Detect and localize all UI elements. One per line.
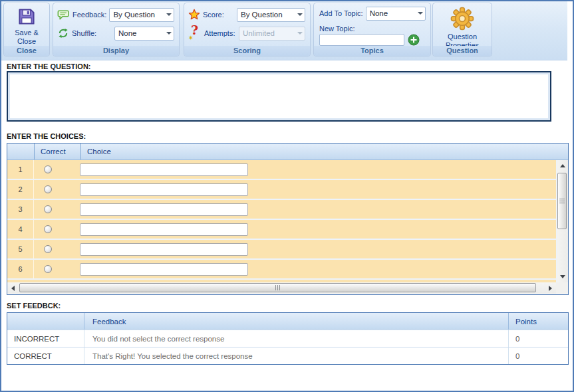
choice-row-number: 1	[7, 160, 34, 179]
feedback-dropdown[interactable]: By Question	[109, 8, 174, 22]
shuffle-icon	[57, 27, 69, 39]
feedback-row-points[interactable]: 0	[508, 347, 568, 364]
question-properties-button[interactable]: Question Properties	[435, 5, 490, 45]
chevron-down-icon	[415, 7, 425, 20]
feedback-icon	[57, 9, 70, 21]
attempts-question-icon: ?✶	[188, 25, 202, 41]
choices-vertical-scrollbar[interactable]	[557, 160, 568, 282]
choice-input[interactable]	[80, 243, 248, 256]
choices-table-header: Correct Choice	[7, 144, 568, 160]
scroll-left-button[interactable]	[8, 282, 18, 294]
choices-header-choice: Choice	[80, 144, 568, 159]
save-close-button[interactable]: Save & Close	[6, 5, 47, 45]
choice-row-number: 4	[7, 220, 34, 239]
arrow-down-icon	[560, 275, 565, 278]
choice-row: 3	[7, 200, 556, 219]
attempts-dropdown-value: Unlimited	[243, 29, 295, 37]
ribbon-group-label-scoring: Scoring	[184, 46, 310, 56]
choices-header-correct: Correct	[34, 144, 80, 159]
choice-row: 6	[7, 260, 556, 278]
choice-row-number: 5	[7, 240, 34, 258]
choice-input[interactable]	[80, 183, 248, 196]
scrollbar-corner	[556, 282, 568, 294]
ribbon-group-label-topics: Topics	[314, 46, 430, 56]
feedback-table: Feedback Points INCORRECT You did not se…	[7, 312, 569, 365]
ribbon-toolbar: Save & Close Close Feedback: By Question	[1, 1, 567, 60]
ribbon-group-label-question: Question	[433, 46, 492, 56]
score-label: Score:	[203, 11, 224, 19]
choice-row-number: 6	[7, 260, 34, 278]
score-dropdown-value: By Question	[241, 11, 295, 19]
feedback-table-header: Feedback Points	[7, 313, 568, 330]
vertical-scrollbar-thumb[interactable]	[557, 173, 567, 229]
correct-radio[interactable]	[44, 205, 52, 213]
question-editor-window: Save & Close Close Feedback: By Question	[0, 0, 574, 392]
feedback-label: Feedback:	[72, 11, 106, 19]
ribbon-group-label-display: Display	[53, 46, 179, 56]
ribbon-group-label-close: Close	[4, 46, 49, 56]
choices-horizontal-scrollbar[interactable]	[7, 282, 556, 294]
correct-radio[interactable]	[44, 225, 52, 233]
add-to-topic-dropdown-value: None	[370, 9, 415, 17]
correct-radio[interactable]	[44, 185, 52, 193]
feedback-row-type: INCORRECT	[7, 330, 84, 347]
feedback-dropdown-value: By Question	[113, 11, 164, 19]
ribbon-group-display: Feedback: By Question Shuffle:	[53, 3, 180, 56]
attempts-label: Attempts:	[204, 29, 235, 37]
choice-input[interactable]	[80, 163, 248, 176]
feedback-row-correct: CORRECT That's Right! You selected the c…	[7, 347, 568, 364]
ribbon-group-question: Question Properties Question	[432, 3, 492, 56]
new-topic-label: New Topic:	[319, 25, 355, 33]
horizontal-scrollbar-thumb[interactable]	[19, 283, 536, 292]
correct-radio[interactable]	[44, 265, 52, 273]
attempts-dropdown: Unlimited	[239, 27, 305, 41]
choices-table-body: 1 2 3 4	[7, 160, 568, 294]
chevron-down-icon	[295, 9, 305, 21]
feedback-header-points: Points	[508, 313, 568, 330]
choice-row: 1	[7, 160, 556, 179]
enter-choices-label: ENTER THE CHOICES:	[7, 132, 86, 140]
save-close-button-label: Save & Close	[10, 29, 43, 46]
add-to-topic-dropdown[interactable]: None	[366, 7, 426, 21]
correct-radio[interactable]	[44, 165, 52, 173]
choice-input[interactable]	[80, 203, 248, 216]
chevron-down-icon	[164, 27, 174, 40]
arrow-left-icon	[11, 286, 15, 291]
add-to-topic-label: Add To Topic:	[319, 9, 363, 17]
choices-header-number-cell	[7, 144, 34, 159]
choice-row-number: 3	[7, 200, 34, 219]
choice-input[interactable]	[80, 263, 248, 276]
plus-circle-icon	[408, 34, 420, 46]
score-dropdown[interactable]: By Question	[237, 8, 305, 22]
shuffle-dropdown-value: None	[118, 29, 164, 37]
gear-icon	[450, 7, 474, 31]
new-topic-input[interactable]	[319, 34, 404, 46]
choice-row: 2	[7, 180, 556, 199]
ribbon-group-scoring: Score: By Question ?✶ Attempts: Unlimite…	[184, 3, 311, 56]
question-input[interactable]	[7, 71, 551, 122]
feedback-header-type-cell	[7, 313, 84, 330]
scroll-up-button[interactable]	[557, 161, 568, 171]
enter-question-label: ENTER THE QUESTION:	[7, 62, 91, 70]
arrow-right-icon	[549, 286, 552, 291]
feedback-row-text[interactable]: That's Right! You selected the correct r…	[84, 347, 508, 364]
shuffle-label: Shuffle:	[72, 29, 96, 37]
correct-radio[interactable]	[44, 245, 52, 253]
feedback-row-text[interactable]: You did not select the correct response	[84, 330, 508, 347]
feedback-row-points[interactable]: 0	[508, 330, 568, 347]
save-icon	[17, 7, 37, 27]
shuffle-dropdown[interactable]: None	[114, 27, 174, 41]
feedback-header-feedback: Feedback	[84, 313, 508, 330]
scroll-right-button[interactable]	[545, 282, 555, 294]
add-topic-button[interactable]	[408, 34, 420, 46]
feedback-row-incorrect: INCORRECT You did not select the correct…	[7, 330, 568, 347]
chevron-down-icon	[295, 27, 305, 40]
set-feedback-label: SET FEEDBCK:	[7, 302, 61, 310]
score-star-icon	[188, 9, 200, 21]
choices-table: Correct Choice 1 2 3	[7, 143, 569, 295]
scroll-down-button[interactable]	[557, 272, 568, 282]
choice-row: 5	[7, 240, 556, 258]
choice-input[interactable]	[80, 223, 248, 236]
chevron-down-icon	[164, 9, 174, 21]
choice-row-number: 2	[7, 180, 34, 199]
